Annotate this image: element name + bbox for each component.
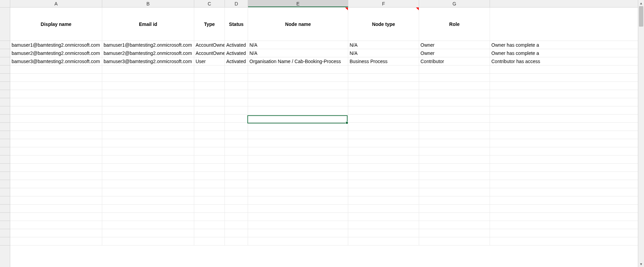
cell[interactable]: Activated xyxy=(225,57,248,65)
cell[interactable] xyxy=(248,180,348,188)
cell[interactable] xyxy=(102,90,194,98)
cell[interactable]: bamuser2@bamtesting2.onmicrosoft.com xyxy=(102,49,194,57)
cell[interactable] xyxy=(194,164,225,172)
col-header-E[interactable]: E xyxy=(248,0,348,7)
cell[interactable] xyxy=(102,172,194,180)
cell[interactable] xyxy=(194,65,225,73)
cell[interactable]: bamuser2@bamtesting2.onmicrosoft.com xyxy=(10,49,102,57)
cell[interactable] xyxy=(194,188,225,196)
cell[interactable] xyxy=(225,115,248,122)
col-header-A[interactable]: A xyxy=(10,0,102,7)
col-header-C[interactable]: C xyxy=(194,0,225,7)
cell[interactable] xyxy=(419,90,490,98)
cell[interactable]: bamuser1@bamtesting2.onmicrosoft.com xyxy=(10,41,102,49)
cell[interactable] xyxy=(225,237,248,245)
cell[interactable] xyxy=(419,221,490,229)
cell[interactable] xyxy=(348,115,419,122)
cell[interactable] xyxy=(10,131,102,139)
cell[interactable] xyxy=(348,139,419,147)
cell[interactable] xyxy=(419,82,490,90)
cell[interactable] xyxy=(248,65,348,73)
cell[interactable] xyxy=(194,205,225,212)
row-header[interactable] xyxy=(0,8,10,41)
cell[interactable]: N/A xyxy=(348,49,419,57)
cell[interactable] xyxy=(248,172,348,180)
cell[interactable] xyxy=(348,188,419,196)
cell[interactable] xyxy=(348,106,419,114)
row-header[interactable] xyxy=(0,65,10,74)
cell[interactable] xyxy=(10,98,102,106)
cell[interactable] xyxy=(10,123,102,131)
cell[interactable] xyxy=(102,221,194,229)
cell[interactable]: Owner has complete a xyxy=(490,41,640,49)
header-role[interactable]: Role xyxy=(419,8,490,41)
cell[interactable] xyxy=(194,123,225,131)
cell[interactable]: Activated xyxy=(225,41,248,49)
cell[interactable] xyxy=(102,106,194,114)
cell[interactable] xyxy=(419,180,490,188)
row-header[interactable] xyxy=(0,49,10,57)
select-all-corner[interactable] xyxy=(0,0,10,7)
col-header-G[interactable]: G xyxy=(419,0,490,7)
header-status[interactable]: Status xyxy=(225,8,248,41)
cell[interactable] xyxy=(102,65,194,73)
cell[interactable] xyxy=(348,180,419,188)
cell[interactable] xyxy=(419,139,490,147)
cell[interactable] xyxy=(348,90,419,98)
cell[interactable] xyxy=(248,237,348,245)
cell[interactable] xyxy=(248,115,348,122)
cell[interactable] xyxy=(194,147,225,155)
cell[interactable] xyxy=(194,106,225,114)
row-header[interactable] xyxy=(0,180,10,188)
header-display-name[interactable]: Display name xyxy=(10,8,102,41)
cell[interactable] xyxy=(248,229,348,237)
cell[interactable] xyxy=(348,205,419,212)
cell[interactable] xyxy=(225,221,248,229)
cell[interactable] xyxy=(102,155,194,163)
header-email-id[interactable]: Email id xyxy=(102,8,194,41)
cell[interactable] xyxy=(10,221,102,229)
cell[interactable] xyxy=(490,180,640,188)
row-header[interactable] xyxy=(0,57,10,65)
cell[interactable] xyxy=(490,213,640,221)
cell[interactable] xyxy=(490,172,640,180)
cell[interactable] xyxy=(225,131,248,139)
scroll-thumb[interactable] xyxy=(639,6,643,27)
row-header[interactable] xyxy=(0,221,10,229)
cell[interactable] xyxy=(419,131,490,139)
cell[interactable] xyxy=(348,98,419,106)
cell[interactable]: Business Process xyxy=(348,57,419,65)
comment-marker-icon[interactable] xyxy=(416,8,419,10)
cell[interactable] xyxy=(490,196,640,204)
cell[interactable] xyxy=(490,164,640,172)
row-header[interactable] xyxy=(0,74,10,82)
cell[interactable] xyxy=(419,123,490,131)
row-header[interactable] xyxy=(0,196,10,205)
row-header[interactable] xyxy=(0,205,10,213)
cell[interactable] xyxy=(248,205,348,212)
cell[interactable] xyxy=(348,237,419,245)
col-header-D[interactable]: D xyxy=(225,0,248,7)
cell[interactable] xyxy=(490,205,640,212)
cell[interactable] xyxy=(10,115,102,122)
cell[interactable]: Owner xyxy=(419,49,490,57)
cell[interactable] xyxy=(194,221,225,229)
row-header[interactable] xyxy=(0,213,10,221)
cell[interactable] xyxy=(194,237,225,245)
cell[interactable] xyxy=(490,65,640,73)
cell[interactable] xyxy=(10,147,102,155)
cell[interactable]: Contributor xyxy=(419,57,490,65)
cell[interactable] xyxy=(248,196,348,204)
row-header[interactable] xyxy=(0,98,10,106)
cell[interactable] xyxy=(194,155,225,163)
row-header[interactable] xyxy=(0,106,10,115)
cell[interactable] xyxy=(348,82,419,90)
cell[interactable] xyxy=(419,205,490,212)
cell[interactable] xyxy=(194,90,225,98)
vertical-scrollbar[interactable]: ▲ ▼ xyxy=(638,0,644,267)
cell[interactable] xyxy=(490,155,640,163)
cell[interactable] xyxy=(348,155,419,163)
cell[interactable] xyxy=(490,147,640,155)
cell[interactable]: Owner has complete a xyxy=(490,49,640,57)
row-header[interactable] xyxy=(0,188,10,196)
